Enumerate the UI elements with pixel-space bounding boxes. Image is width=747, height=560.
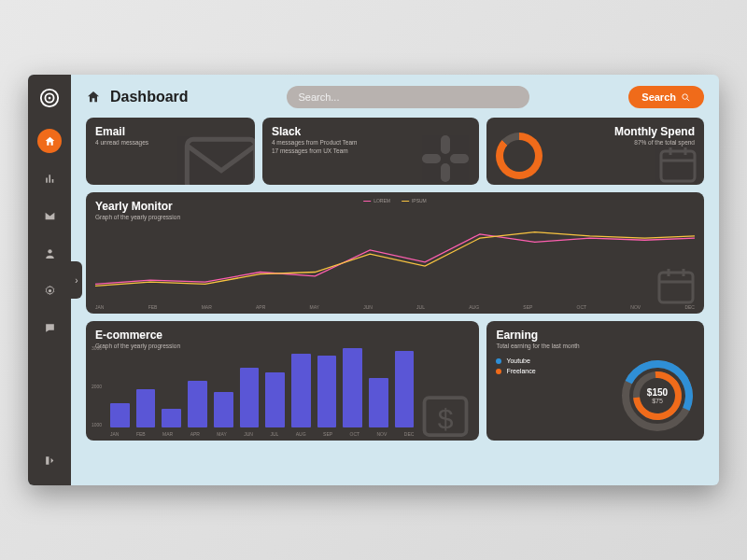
earning-sub-value: $75 bbox=[652, 398, 663, 405]
legend-dot-icon bbox=[496, 369, 501, 374]
search-button[interactable]: Search bbox=[628, 86, 704, 108]
sidebar bbox=[28, 75, 71, 485]
card-email[interactable]: Email 4 unread messages bbox=[86, 118, 255, 185]
svg-point-2 bbox=[49, 97, 51, 100]
card-monthly-spend[interactable]: Monthly Spend 87% of the total spend $37… bbox=[486, 118, 704, 185]
slack-icon bbox=[417, 131, 473, 185]
svg-rect-7 bbox=[441, 135, 450, 154]
card-grid: Email 4 unread messages Slack 4 messages… bbox=[86, 118, 704, 472]
card-yearly-monitor[interactable]: Yearly Monitor Graph of the yearly progr… bbox=[86, 192, 704, 314]
y-axis: 3000 2000 1000 bbox=[92, 345, 102, 427]
app-window: › Dashboard Search Email 4 unread messag… bbox=[28, 75, 719, 485]
svg-rect-10 bbox=[450, 154, 469, 163]
card-title: Earning bbox=[496, 329, 695, 342]
nav-gear-icon[interactable] bbox=[37, 278, 62, 302]
svg-point-3 bbox=[48, 249, 51, 253]
card-title: E-commerce bbox=[95, 329, 470, 342]
earning-value: $150 bbox=[647, 387, 668, 398]
top-bar: Dashboard Search bbox=[86, 86, 704, 108]
envelope-icon bbox=[184, 136, 255, 185]
breadcrumb-home-icon[interactable] bbox=[86, 90, 101, 105]
card-slack[interactable]: Slack 4 messages from Product Team 17 me… bbox=[262, 118, 480, 185]
card-earning[interactable]: Earning Total earning for the last month… bbox=[486, 321, 704, 441]
nav-chart-icon[interactable] bbox=[37, 166, 62, 190]
dollar-icon: $ bbox=[417, 388, 473, 441]
card-sub: Graph of the yearly progression bbox=[95, 213, 695, 221]
x-axis-months: JANFEBMARAPRMAYJUNJULAUGSEPOCTNOVDEC bbox=[95, 304, 695, 310]
svg-text:$: $ bbox=[438, 403, 454, 434]
main-panel: Dashboard Search Email 4 unread messages… bbox=[71, 75, 719, 485]
sidebar-expand-handle[interactable]: › bbox=[71, 261, 82, 299]
nav-home-icon[interactable] bbox=[37, 129, 62, 153]
svg-rect-6 bbox=[187, 139, 255, 185]
earning-donut-chart: $150 $75 bbox=[622, 360, 693, 431]
ecommerce-bar-chart bbox=[110, 345, 414, 427]
yearly-line-chart bbox=[95, 222, 695, 302]
search-input[interactable] bbox=[287, 86, 529, 108]
svg-rect-8 bbox=[441, 163, 450, 182]
monthly-donut-chart: $378 bbox=[496, 133, 543, 179]
nav-user-icon[interactable] bbox=[37, 241, 62, 265]
x-axis-months: JANFEBMARAPRMAYJUNJULAUGSEPOCTNOVDEC bbox=[110, 431, 414, 437]
logout-icon[interactable] bbox=[37, 448, 62, 472]
nav-chat-icon[interactable] bbox=[37, 315, 62, 340]
calendar-icon bbox=[655, 142, 700, 185]
legend-dot-icon bbox=[496, 358, 501, 364]
svg-rect-11 bbox=[661, 151, 695, 181]
svg-point-4 bbox=[48, 288, 50, 291]
card-sub: Total earning for the last month bbox=[496, 342, 695, 350]
search-icon bbox=[681, 92, 691, 103]
nav-mail-icon[interactable] bbox=[37, 203, 62, 228]
card-ecommerce[interactable]: E-commerce Graph of the yearly progressi… bbox=[86, 321, 479, 441]
page-title: Dashboard bbox=[110, 89, 189, 105]
search-button-label: Search bbox=[641, 91, 676, 103]
svg-rect-9 bbox=[422, 154, 441, 163]
monthly-value: $378 bbox=[496, 133, 543, 179]
svg-point-5 bbox=[683, 93, 688, 99]
chart-legend: LOREM IPSUM bbox=[363, 198, 427, 203]
logo-icon bbox=[39, 88, 60, 108]
calendar-icon bbox=[654, 263, 698, 308]
svg-rect-12 bbox=[659, 273, 693, 302]
